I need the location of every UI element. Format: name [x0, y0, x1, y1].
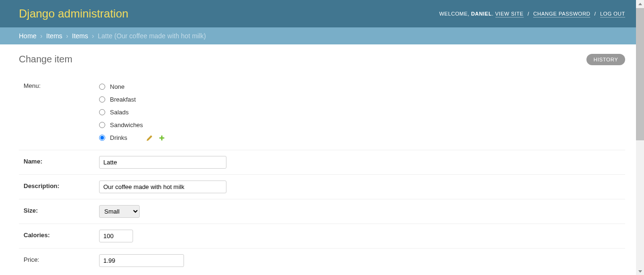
scrollbar[interactable]: [636, 0, 644, 275]
calories-label: Calories:: [24, 230, 99, 239]
view-site-link[interactable]: VIEW SITE: [495, 11, 524, 17]
menu-option-none: None: [99, 80, 620, 93]
field-row-menu: Menu: None Breakfast Salads Sandwiches: [19, 75, 625, 150]
change-password-link[interactable]: CHANGE PASSWORD: [533, 11, 590, 17]
menu-option-breakfast: Breakfast: [99, 93, 620, 106]
menu-label: Menu:: [24, 80, 99, 89]
content-header: Change item HISTORY: [19, 54, 625, 65]
breadcrumb-current: Latte (Our coffee made with hot milk): [98, 32, 206, 40]
menu-radio-salads-label[interactable]: Salads: [110, 109, 129, 116]
menu-radio-drinks-label[interactable]: Drinks: [110, 134, 127, 141]
username: DANIEL: [471, 11, 492, 17]
history-button[interactable]: HISTORY: [586, 54, 625, 65]
welcome-text: WELCOME,: [439, 11, 471, 17]
menu-radio-list: None Breakfast Salads Sandwiches Drinks: [99, 80, 620, 144]
field-row-calories: Calories:: [19, 224, 625, 249]
scrollbar-thumb[interactable]: [636, 8, 644, 140]
admin-header: Django administration WELCOME, DANIEL. V…: [0, 0, 644, 27]
menu-option-sandwiches: Sandwiches: [99, 119, 620, 131]
calories-input[interactable]: [99, 230, 133, 242]
breadcrumbs: Home › Items › Items › Latte (Our coffee…: [0, 27, 644, 44]
logout-link[interactable]: LOG OUT: [600, 11, 625, 17]
menu-radio-sandwiches[interactable]: [99, 122, 105, 128]
menu-option-salads: Salads: [99, 106, 620, 119]
price-input[interactable]: [99, 254, 184, 267]
menu-radio-none[interactable]: [99, 84, 105, 90]
breadcrumb-model[interactable]: Items: [72, 32, 88, 40]
edit-icon[interactable]: [146, 135, 153, 141]
description-label: Description:: [24, 180, 99, 189]
menu-radio-sandwiches-label[interactable]: Sandwiches: [110, 121, 143, 129]
page-title: Change item: [19, 54, 72, 65]
size-select[interactable]: Small: [99, 205, 140, 218]
field-row-name: Name:: [19, 150, 625, 175]
related-widget: [146, 135, 165, 141]
add-icon[interactable]: [159, 135, 165, 141]
menu-option-drinks: Drinks: [99, 131, 620, 144]
breadcrumb-home[interactable]: Home: [19, 32, 36, 40]
menu-field: None Breakfast Salads Sandwiches Drinks: [99, 80, 620, 144]
name-input[interactable]: [99, 156, 226, 169]
field-row-price: Price:: [19, 249, 625, 273]
field-row-description: Description:: [19, 175, 625, 199]
name-label: Name:: [24, 156, 99, 165]
price-label: Price:: [24, 254, 99, 263]
menu-radio-breakfast-label[interactable]: Breakfast: [110, 96, 136, 103]
breadcrumb-app[interactable]: Items: [46, 32, 62, 40]
field-row-size: Size: Small: [19, 199, 625, 224]
branding-title[interactable]: Django administration: [19, 7, 128, 20]
menu-radio-breakfast[interactable]: [99, 96, 105, 103]
user-tools: WELCOME, DANIEL. VIEW SITE / CHANGE PASS…: [439, 11, 625, 17]
content: Change item HISTORY Menu: None Breakfast…: [0, 44, 644, 275]
size-label: Size:: [24, 205, 99, 214]
scrollbar-down[interactable]: [636, 267, 644, 275]
menu-radio-none-label[interactable]: None: [110, 83, 125, 90]
description-input[interactable]: [99, 180, 226, 193]
scrollbar-up[interactable]: [636, 0, 644, 8]
menu-radio-drinks[interactable]: [99, 135, 105, 141]
menu-radio-salads[interactable]: [99, 109, 105, 115]
